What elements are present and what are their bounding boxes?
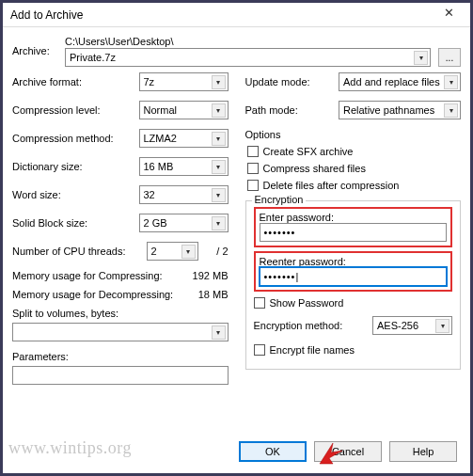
word-label: Word size: <box>12 189 139 200</box>
block-combo[interactable]: 2 GB ▾ <box>139 214 229 232</box>
archive-name-value: Private.7z <box>70 52 116 63</box>
enter-password-input[interactable] <box>260 223 448 242</box>
chevron-down-icon[interactable]: ▾ <box>444 75 458 89</box>
chevron-down-icon[interactable]: ▾ <box>212 103 226 118</box>
dict-label: Dictionary size: <box>12 161 139 172</box>
chevron-down-icon[interactable]: ▾ <box>212 188 226 202</box>
mem-comp-value: 192 MB <box>181 270 229 281</box>
archive-label: Archive: <box>12 45 65 56</box>
chevron-down-icon[interactable]: ▾ <box>212 160 226 174</box>
encryption-group: Encryption Enter password: Reenter passw… <box>245 200 462 370</box>
chevron-down-icon[interactable]: ▾ <box>414 51 428 65</box>
threads-label: Number of CPU threads: <box>12 246 147 257</box>
encryption-legend: Encryption <box>252 194 307 205</box>
chevron-down-icon[interactable]: ▾ <box>444 103 458 118</box>
chevron-down-icon[interactable]: ▾ <box>212 216 226 230</box>
enc-names-checkbox[interactable] <box>254 344 265 356</box>
enter-password-highlight: Enter password: <box>254 207 453 247</box>
pathmode-label: Path mode: <box>245 104 339 116</box>
options-label: Options <box>245 129 462 140</box>
browse-button[interactable]: ... <box>438 48 461 67</box>
sfx-label: Create SFX archive <box>263 146 354 157</box>
method-label: Compression method: <box>12 133 139 144</box>
show-password-label: Show Password <box>270 297 344 309</box>
split-label: Split to volumes, bytes: <box>12 308 229 319</box>
enc-names-label: Encrypt file names <box>270 344 355 356</box>
level-combo[interactable]: Normal ▾ <box>139 101 229 119</box>
enter-password-label: Enter password: <box>260 212 448 223</box>
dict-combo[interactable]: 16 MB ▾ <box>139 157 229 176</box>
help-button[interactable]: Help <box>389 441 457 462</box>
pathmode-combo[interactable]: Relative pathnames ▾ <box>339 101 461 119</box>
delete-checkbox[interactable] <box>247 180 259 191</box>
chevron-down-icon[interactable]: ▾ <box>181 245 196 259</box>
chevron-down-icon[interactable]: ▾ <box>212 132 226 146</box>
params-label: Parameters: <box>12 351 229 362</box>
split-combo[interactable]: ▾ <box>12 323 229 341</box>
close-icon[interactable]: ✕ <box>433 3 465 24</box>
reenter-password-label: Reenter password: <box>260 256 448 267</box>
update-combo[interactable]: Add and replace files ▾ <box>339 72 461 91</box>
chevron-down-icon[interactable]: ▾ <box>435 319 449 333</box>
window-title: Add to Archive <box>10 8 83 22</box>
sfx-checkbox[interactable] <box>247 146 259 157</box>
chevron-down-icon[interactable]: ▾ <box>212 325 226 340</box>
show-password-checkbox[interactable] <box>254 297 265 309</box>
shared-label: Compress shared files <box>263 163 366 174</box>
reenter-password-highlight: Reenter password: <box>254 251 453 292</box>
enc-method-combo[interactable]: AES-256 ▾ <box>372 316 452 335</box>
reenter-password-input[interactable] <box>260 267 448 286</box>
params-input[interactable] <box>12 366 229 385</box>
archive-name-combo[interactable]: Private.7z ▾ <box>65 48 431 67</box>
mem-comp-label: Memory usage for Compressing: <box>12 270 181 281</box>
format-label: Archive format: <box>12 76 139 87</box>
delete-label: Delete files after compression <box>263 180 400 191</box>
ok-button[interactable]: OK <box>239 441 307 462</box>
cancel-button[interactable]: Cancel <box>314 441 382 462</box>
mem-decomp-label: Memory usage for Decompressing: <box>12 289 181 300</box>
chevron-down-icon[interactable]: ▾ <box>212 75 226 89</box>
level-label: Compression level: <box>12 104 139 116</box>
threads-combo[interactable]: 2 ▾ <box>147 242 198 261</box>
enc-method-label: Encryption method: <box>254 320 373 331</box>
shared-checkbox[interactable] <box>247 163 259 174</box>
threads-max: / 2 <box>204 246 229 257</box>
method-combo[interactable]: LZMA2 ▾ <box>139 129 229 148</box>
word-combo[interactable]: 32 ▾ <box>139 185 229 204</box>
block-label: Solid Block size: <box>12 217 139 229</box>
format-combo[interactable]: 7z ▾ <box>139 72 229 91</box>
mem-decomp-value: 18 MB <box>181 289 229 300</box>
title-bar: Add to Archive ✕ <box>3 3 470 27</box>
archive-path: C:\Users\User\Desktop\ <box>65 36 431 47</box>
update-label: Update mode: <box>245 76 339 87</box>
watermark-text: www.wintips.org <box>8 438 132 458</box>
